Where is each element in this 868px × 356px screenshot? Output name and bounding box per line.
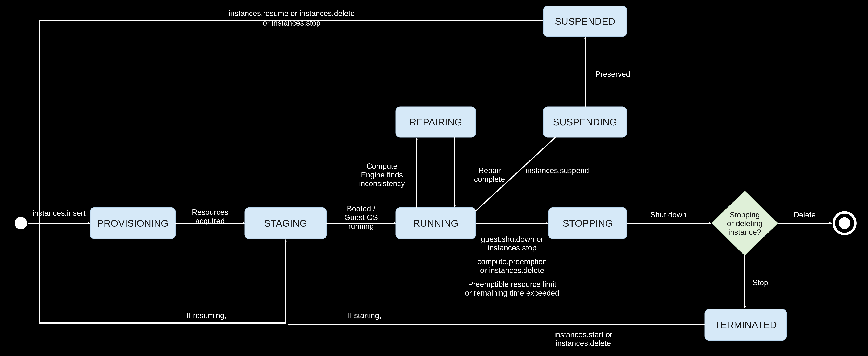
label-running-suspending: instances.suspend [526, 166, 589, 175]
decision-text-l1: Stopping [730, 210, 760, 219]
label-suspended-back-l2: or instances.stop [263, 19, 321, 27]
state-provisioning-label: PROVISIONING [97, 218, 168, 229]
state-suspending-label: SUSPENDING [553, 117, 617, 127]
edge-suspended-back [40, 21, 544, 323]
state-suspended-label: SUSPENDED [555, 16, 615, 27]
label-terminated-back-l2: instances.delete [556, 339, 611, 348]
label-start-provisioning: instances.insert [32, 209, 86, 217]
state-terminated-label: TERMINATED [714, 319, 777, 330]
state-running-label: RUNNING [413, 218, 458, 229]
start-node [14, 217, 27, 229]
label-terminated-back-l1: instances.start or [554, 330, 612, 339]
end-node-dot [839, 217, 850, 229]
label-suspending-suspended: Preserved [595, 70, 630, 78]
label-staging-running-l2: Guest OS [344, 213, 378, 221]
label-stopping-decision: Shut down [650, 210, 686, 219]
label-running-repairing-l2: Engine finds [361, 171, 403, 179]
label-run-stop-l3: compute.preemption [477, 257, 547, 266]
label-repairing-running-l2: complete [474, 175, 505, 183]
state-staging-label: STAGING [264, 218, 307, 229]
label-repairing-running-l1: Repair [478, 166, 501, 175]
lifecycle-diagram: instances.insert PROVISIONING Resources … [0, 0, 868, 356]
label-provisioning-staging-l1: Resources [192, 208, 228, 216]
label-staging-running-l3: running [348, 222, 374, 230]
label-staging-running-l1: Booted / [347, 204, 375, 213]
label-run-stop-l1: guest.shutdown or [481, 235, 544, 243]
label-run-stop-l5: Preemptible resource limit [468, 280, 556, 289]
label-run-stop-l4: or instances.delete [480, 266, 544, 274]
label-decision-terminal: Delete [794, 210, 815, 219]
label-run-stop-l2: instances.stop [488, 243, 536, 252]
label-suspended-back-l1: instances.resume or instances.delete [229, 9, 355, 18]
label-run-stop-l6: or remaining time exceeded [465, 289, 559, 297]
label-terminated-back-branch: If starting, [348, 311, 381, 320]
state-repairing-label: REPAIRING [409, 117, 462, 127]
label-suspended-back-branch: If resuming, [187, 311, 226, 320]
label-running-repairing-l3: inconsistency [359, 179, 405, 188]
label-decision-terminated: Stop [752, 278, 768, 287]
label-running-repairing-l1: Compute [367, 162, 398, 170]
decision-text-l2: or deleting [727, 219, 763, 228]
label-provisioning-staging-l2: acquired [195, 216, 225, 225]
decision-text-l3: instance? [728, 228, 761, 236]
state-stopping-label: STOPPING [563, 218, 613, 229]
